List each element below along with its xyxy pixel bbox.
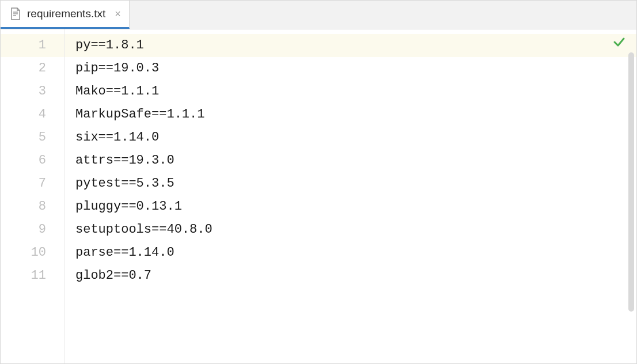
line-number[interactable]: 9: [1, 218, 65, 241]
line-number[interactable]: 5: [1, 126, 65, 149]
line-number[interactable]: 10: [1, 241, 65, 264]
code-line[interactable]: attrs==19.3.0: [65, 149, 636, 172]
close-tab-icon[interactable]: ×: [115, 9, 121, 19]
code-line[interactable]: six==1.14.0: [65, 126, 636, 149]
line-number[interactable]: 2: [1, 57, 65, 80]
tab-filename: requirements.txt: [27, 7, 105, 20]
code-editor[interactable]: py==1.8.1pip==19.0.3Mako==1.1.1MarkupSaf…: [65, 29, 636, 363]
code-line[interactable]: glob2==0.7: [65, 264, 636, 287]
line-number-gutter[interactable]: 1234567891011: [1, 29, 65, 363]
line-number[interactable]: 3: [1, 80, 65, 103]
line-number[interactable]: 6: [1, 149, 65, 172]
line-number[interactable]: 11: [1, 264, 65, 287]
line-number[interactable]: 8: [1, 195, 65, 218]
code-line[interactable]: parse==1.14.0: [65, 241, 636, 264]
text-file-icon: [10, 7, 21, 20]
code-line[interactable]: MarkupSafe==1.1.1: [65, 103, 636, 126]
line-number[interactable]: 1: [1, 34, 65, 57]
editor-tab[interactable]: requirements.txt ×: [1, 1, 130, 29]
line-number[interactable]: 4: [1, 103, 65, 126]
code-line[interactable]: pytest==5.3.5: [65, 172, 636, 195]
code-line[interactable]: Mako==1.1.1: [65, 80, 636, 103]
code-line[interactable]: setuptools==40.8.0: [65, 218, 636, 241]
code-line[interactable]: pip==19.0.3: [65, 57, 636, 80]
tab-bar: requirements.txt ×: [1, 1, 636, 29]
editor-container: 1234567891011 py==1.8.1pip==19.0.3Mako==…: [1, 29, 636, 363]
inspection-ok-icon[interactable]: [612, 35, 626, 49]
vertical-scrollbar[interactable]: [628, 52, 634, 312]
line-number[interactable]: 7: [1, 172, 65, 195]
code-line[interactable]: pluggy==0.13.1: [65, 195, 636, 218]
code-line[interactable]: py==1.8.1: [65, 34, 636, 57]
